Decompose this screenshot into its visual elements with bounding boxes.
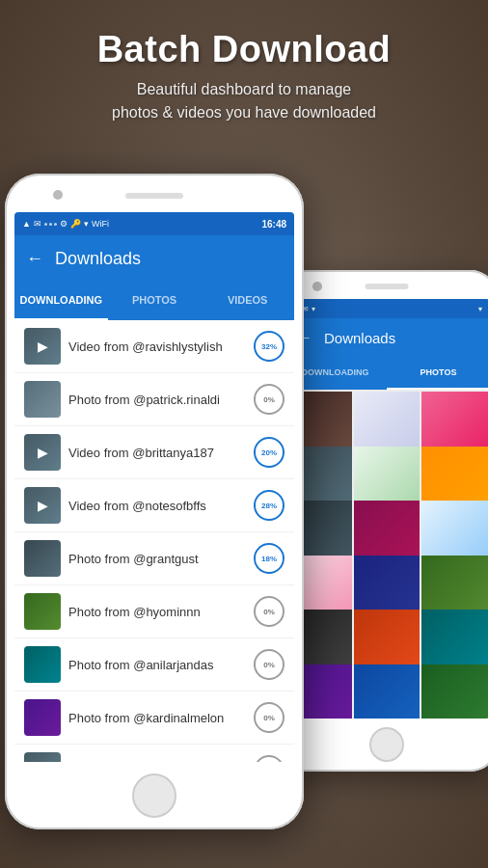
video-thumb-icon: ▶: [24, 752, 61, 762]
download-thumbnail: [24, 593, 61, 630]
download-list: ▶Video from @ravishlystylish32%Photo fro…: [14, 320, 294, 762]
phone-shell-right: ▲ ✉ ▾ ▾ ← Downloads DOWNLOADING PHOTOS: [276, 270, 488, 772]
back-button-left[interactable]: ←: [26, 249, 43, 269]
phone-screen-right: ▲ ✉ ▾ ▾ ← Downloads DOWNLOADING PHOTOS: [284, 299, 488, 719]
photo-grid-item[interactable]: [421, 665, 488, 719]
hero-subtitle: Beautiful dashboard to managephotos & vi…: [19, 78, 469, 124]
download-item: Photo from @hyominnn0%: [14, 585, 294, 638]
download-name: Photo from @anilarjandas: [68, 658, 246, 672]
download-info: Photo from @hyominnn: [68, 605, 246, 619]
download-thumbnail: ▶: [24, 752, 61, 762]
phone-screen-left: ▲ ✉ ⚙ 🔑 ▾ WiFi 16:48 ← Downloads: [14, 212, 294, 762]
photo-grid-item[interactable]: [354, 665, 420, 719]
download-thumbnail: [24, 699, 61, 736]
status-time: 16:48: [261, 219, 286, 230]
video-thumb-icon: ▶: [24, 434, 61, 471]
tab-photos[interactable]: PHOTOS: [108, 282, 202, 320]
phone-camera: [53, 190, 63, 200]
download-thumbnail: [24, 646, 61, 683]
hero-title: Batch Download: [19, 29, 469, 70]
progress-circle: 0%: [254, 384, 285, 415]
download-info: Video from @brittanya187: [68, 446, 246, 460]
tab-photos-right[interactable]: PHOTOS: [387, 357, 488, 390]
phone-shell-left: ▲ ✉ ⚙ 🔑 ▾ WiFi 16:48 ← Downloads: [5, 174, 304, 829]
download-name: Photo from @kardinalmelon: [68, 711, 246, 725]
app-title-right: Downloads: [324, 330, 478, 346]
download-info: Video from @notesofbffs: [68, 499, 246, 513]
app-bar-right: ← Downloads: [284, 318, 488, 357]
download-thumbnail: [24, 540, 61, 577]
download-thumbnail: [24, 381, 61, 418]
tab-downloading[interactable]: DOWNLOADING: [14, 282, 108, 320]
hero-section: Batch Download Beautiful dashboard to ma…: [0, 19, 488, 134]
download-name: Video from @notesofbffs: [68, 499, 246, 513]
download-thumbnail: ▶: [24, 434, 61, 471]
download-info: Photo from @grantgust: [68, 552, 246, 566]
download-name: Photo from @hyominnn: [68, 605, 246, 619]
progress-text: 28%: [261, 502, 277, 510]
progress-circle: 0%: [254, 702, 285, 733]
download-item: Photo from @patrick.rinaldi0%: [14, 373, 294, 426]
download-name: Video from @brittanya187: [68, 446, 246, 460]
tab-bar-right: DOWNLOADING PHOTOS: [284, 357, 488, 390]
video-thumb-icon: ▶: [24, 328, 61, 365]
app-title-left: Downloads: [55, 249, 283, 269]
progress-circle: 0%: [254, 755, 285, 762]
photo-thumb-icon: [24, 593, 61, 630]
download-info: Photo from @anilarjandas: [68, 658, 246, 672]
status-icons: ▲ ✉ ⚙ 🔑 ▾ WiFi: [22, 219, 109, 229]
photo-thumb-icon: [24, 646, 61, 683]
phone-speaker: [125, 193, 183, 199]
progress-text: 18%: [261, 555, 277, 563]
status-signal-right: ▾: [478, 305, 482, 313]
status-bar-right-phone: ▲ ✉ ▾ ▾: [284, 299, 488, 318]
download-name: Photo from @patrick.rinaldi: [68, 393, 246, 407]
download-name: Video from @ravishlystylish: [68, 339, 246, 354]
photo-thumb-icon: [24, 699, 61, 736]
download-item: ▶Video from @brittanya18720%: [14, 426, 294, 479]
download-item: Photo from @kardinalmelon0%: [14, 692, 294, 745]
progress-circle: 0%: [254, 649, 285, 680]
progress-circle: 32%: [254, 331, 285, 362]
photo-thumb-icon: [24, 381, 61, 418]
download-item: ▶Video from @momomama12340%: [14, 745, 294, 762]
download-item: Photo from @anilarjandas0%: [14, 638, 294, 692]
progress-circle: 18%: [254, 543, 285, 574]
download-item: ▶Video from @notesofbffs28%: [14, 479, 294, 532]
progress-text: 0%: [263, 661, 275, 669]
status-bar-left: ▲ ✉ ⚙ 🔑 ▾ WiFi 16:48: [14, 212, 294, 235]
download-item: Photo from @grantgust18%: [14, 532, 294, 585]
phone-home-button-right[interactable]: [369, 727, 404, 762]
photo-grid: [284, 390, 488, 719]
tab-bar-left: DOWNLOADING PHOTOS VIDEOS: [14, 282, 294, 320]
left-phone: ▲ ✉ ⚙ 🔑 ▾ WiFi 16:48 ← Downloads: [5, 174, 304, 829]
photo-thumb-icon: [24, 540, 61, 577]
phone-camera-right: [312, 282, 322, 291]
download-thumbnail: ▶: [24, 487, 61, 524]
download-info: Photo from @kardinalmelon: [68, 711, 246, 725]
phone-home-button[interactable]: [132, 773, 176, 818]
progress-text: 32%: [261, 342, 277, 351]
download-name: Photo from @grantgust: [68, 552, 246, 566]
download-item: ▶Video from @ravishlystylish32%: [14, 320, 294, 373]
progress-circle: 0%: [254, 596, 285, 627]
download-info: Video from @ravishlystylish: [68, 339, 246, 354]
right-phone: ▲ ✉ ▾ ▾ ← Downloads DOWNLOADING PHOTOS: [276, 270, 488, 772]
progress-circle: 20%: [254, 437, 285, 468]
progress-text: 0%: [263, 608, 275, 616]
app-bar-left: ← Downloads: [14, 235, 294, 282]
progress-text: 0%: [263, 395, 275, 404]
progress-circle: 28%: [254, 490, 285, 521]
tab-videos[interactable]: VIDEOS: [201, 282, 294, 320]
download-info: Photo from @patrick.rinaldi: [68, 393, 246, 407]
phone-speaker-right: [366, 284, 409, 289]
download-thumbnail: ▶: [24, 328, 61, 365]
video-thumb-icon: ▶: [24, 487, 61, 524]
progress-text: 20%: [261, 448, 277, 457]
progress-text: 0%: [263, 714, 275, 722]
